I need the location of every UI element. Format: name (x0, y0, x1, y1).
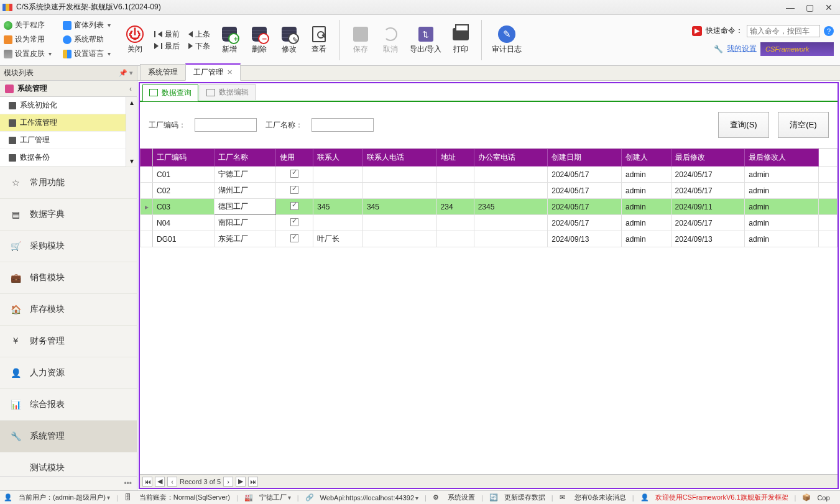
tree-item-2[interactable]: 工厂管理 (0, 132, 126, 149)
window-title: C/S系统快速开发框架-旗舰版V6.1(2024-09) (16, 2, 786, 12)
pin-icon[interactable]: 📌 ▾ (119, 69, 133, 77)
about-icon (4, 21, 12, 30)
status-welcome: 欢迎使用CSFrameworkV6.1旗舰版开发框架 (655, 493, 788, 502)
close-button[interactable]: ⏻ 关闭 (124, 25, 145, 55)
module-item-6[interactable]: 👤人力资源 (0, 357, 137, 388)
quickcmd-label: 快速命令： (706, 25, 743, 36)
module-icon: 💼 (7, 270, 24, 286)
link-icon: 🔗 (305, 493, 314, 502)
tree-item-3[interactable]: 数据备份 (0, 149, 126, 167)
quickcmd-input[interactable] (747, 25, 820, 37)
audit-button[interactable]: ✎审计日志 (492, 25, 522, 55)
module-icon: 🔧 (7, 428, 24, 444)
sidebar-category[interactable]: 系统管理 ‹ (0, 81, 137, 97)
table-row[interactable]: DG01东莞工厂叶厂长2024/09/13admin2024/09/13admi… (141, 231, 838, 247)
status-cop: Cop (817, 494, 829, 502)
col-header[interactable]: 创建日期 (548, 149, 622, 167)
module-item-0[interactable]: ☆常用功能 (0, 167, 137, 198)
formlist-link[interactable]: 窗体列表 (63, 20, 111, 30)
maximize-button[interactable]: ▢ (806, 2, 814, 12)
clear-button[interactable]: 清空(E) (778, 112, 829, 138)
sidebar-footer[interactable]: ••• (0, 476, 137, 490)
status-factory[interactable]: 宁德工厂 (259, 493, 291, 502)
forms-icon (63, 21, 72, 30)
nav-next[interactable]: 下条 (188, 41, 210, 52)
pager-first[interactable]: ⏮ (142, 477, 152, 487)
help-link[interactable]: 系统帮助 (63, 34, 111, 45)
module-item-7[interactable]: 📊综合报表 (0, 388, 137, 420)
delete-button[interactable]: 删除 (249, 25, 270, 55)
tree-scrollbar[interactable]: ▴▾ (126, 97, 137, 167)
about-link[interactable]: 关于程序 (4, 20, 52, 30)
status-syscfg[interactable]: 系统设置 (448, 493, 475, 502)
table-row[interactable]: N04南阳工厂2024/05/17admin2024/05/17admin (141, 215, 838, 231)
tree-item-0[interactable]: 系统初始化 (0, 97, 126, 114)
module-item-3[interactable]: 💼销售模块 (0, 262, 137, 293)
main-area: 系统管理工厂管理✕ 数据查询 数据编辑 工厂编码： 工厂名称： 查询(S) 清空… (137, 66, 840, 490)
col-header[interactable]: 地址 (436, 149, 474, 167)
col-header[interactable]: 联系人 (313, 149, 363, 167)
nav-prev[interactable]: 上条 (188, 29, 210, 40)
my-settings-link[interactable]: 我的设置 (727, 44, 757, 54)
col-header[interactable]: 工厂名称 (215, 149, 276, 167)
col-header[interactable]: 使用 (276, 149, 313, 167)
checkbox-icon (290, 202, 298, 210)
print-button[interactable]: 打印 (450, 25, 471, 55)
nav-last[interactable]: 最后 (154, 41, 180, 52)
col-header[interactable]: 工厂编码 (153, 149, 215, 167)
table-row[interactable]: C01宁德工厂2024/05/17admin2024/05/17admin (141, 167, 838, 183)
col-header[interactable]: 创建人 (621, 149, 671, 167)
tab-1[interactable]: 工厂管理✕ (185, 63, 241, 81)
module-item-5[interactable]: ￥财务管理 (0, 325, 137, 357)
module-item-2[interactable]: 🛒采购模块 (0, 230, 137, 262)
module-item-1[interactable]: ▤数据字典 (0, 198, 137, 230)
pager-next[interactable]: ▶ (236, 477, 246, 487)
module-item-9[interactable]: 测试模块 (0, 452, 137, 476)
minimize-button[interactable]: — (786, 2, 795, 12)
subtab-query[interactable]: 数据查询 (142, 85, 198, 101)
status-msg[interactable]: 您有0条未读消息 (575, 493, 626, 502)
main-tabs: 系统管理工厂管理✕ (137, 66, 840, 81)
module-item-8[interactable]: 🔧系统管理 (0, 420, 137, 452)
status-refresh[interactable]: 更新缓存数据 (504, 493, 545, 502)
table-row[interactable]: C02湖州工厂2024/05/17admin2024/05/17admin (141, 183, 838, 199)
status-webapi[interactable]: WebApi:https://localhost:44392 (320, 494, 418, 502)
edit-grid-icon (206, 89, 215, 96)
edit-button[interactable]: 修改 (279, 25, 300, 55)
subtab-edit[interactable]: 数据编辑 (200, 84, 256, 100)
nav-first[interactable]: 最前 (154, 29, 180, 40)
col-header[interactable]: 办公室电话 (474, 149, 548, 167)
cube-icon (9, 137, 16, 144)
status-user[interactable]: 当前用户：(admin-超级用户) (19, 493, 110, 502)
add-button[interactable]: 新增 (219, 25, 240, 55)
gear-icon: ⚙ (433, 493, 441, 502)
cube-icon (9, 119, 16, 127)
skin-link[interactable]: 设置皮肤 (4, 48, 52, 59)
col-header[interactable]: 最后修改人 (745, 149, 819, 167)
module-item-4[interactable]: 🏠库存模块 (0, 293, 137, 325)
skin-icon (4, 50, 12, 58)
tab-0[interactable]: 系统管理 (140, 64, 186, 80)
tab-close-icon[interactable]: ✕ (227, 68, 233, 76)
pager-slider2[interactable]: › (223, 477, 233, 487)
pager-prev[interactable]: ◀ (155, 477, 165, 487)
data-grid[interactable]: 工厂编码工厂名称使用联系人联系人电话地址办公室电话创建日期创建人最后修改最后修改… (140, 149, 838, 474)
io-button[interactable]: ⇅导出/导入 (410, 25, 441, 55)
factory-name-input[interactable] (312, 118, 374, 132)
lang-link[interactable]: 设置语言 (63, 48, 111, 59)
col-header[interactable]: 联系人电话 (362, 149, 436, 167)
col-header[interactable]: 最后修改 (671, 149, 745, 167)
query-button[interactable]: 查询(S) (718, 112, 769, 138)
quickcmd-icon: ▶ (692, 26, 702, 36)
tree-item-1[interactable]: 工作流管理 (0, 114, 126, 132)
factory-code-input[interactable] (195, 118, 257, 132)
quickcmd-help-icon[interactable]: ? (824, 26, 834, 36)
setcommon-link[interactable]: 设为常用 (4, 34, 52, 45)
close-window-button[interactable]: ✕ (825, 2, 833, 12)
cube-icon: 📦 (802, 493, 811, 502)
pager-slider[interactable]: ‹ (167, 477, 177, 487)
save-icon (353, 27, 368, 42)
pager-last[interactable]: ⏭ (248, 477, 258, 487)
view-button[interactable]: 查看 (308, 25, 330, 55)
table-row[interactable]: ▸C03德国工厂34534523423452024/05/17admin2024… (141, 199, 838, 215)
